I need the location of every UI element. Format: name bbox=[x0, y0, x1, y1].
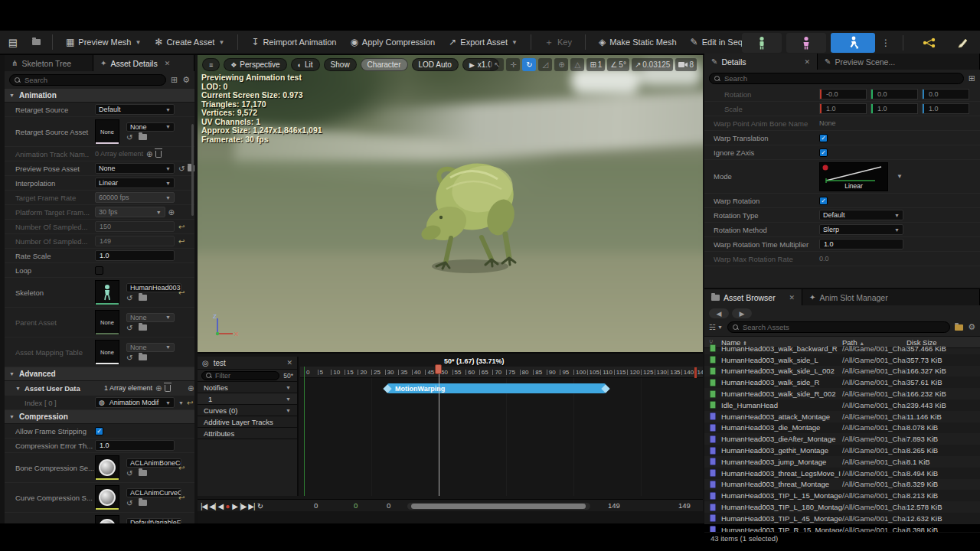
tab-details[interactable]: ✎Details✕ bbox=[704, 54, 818, 70]
track-1[interactable]: 1▼ bbox=[198, 393, 297, 405]
create-asset-button[interactable]: ✻Create Asset▼ bbox=[148, 32, 231, 52]
rotate-tool[interactable]: ↻ bbox=[522, 58, 536, 71]
playhead-line[interactable] bbox=[439, 368, 439, 496]
asset-row[interactable]: HumanHead003_jump_Montage/All/Game/001_C… bbox=[704, 456, 980, 468]
viewport-menu-button[interactable]: ≡ bbox=[202, 58, 220, 71]
chevron-down-icon[interactable]: ▼ bbox=[286, 408, 291, 413]
gear-icon[interactable]: ⚙ bbox=[182, 75, 190, 85]
asset-row[interactable]: HumanHead003_dieAfter_Montage/All/Game/0… bbox=[704, 433, 980, 445]
add-icon[interactable]: ⊕ bbox=[168, 208, 175, 217]
dropdown-index-0-[interactable]: ◍Animation Modif▼ bbox=[95, 397, 175, 408]
asset-dropdown[interactable]: HumanHead003▼ bbox=[126, 283, 181, 292]
asset-row[interactable]: HumanHead003_TIP_L_180_Montag/All/Game/0… bbox=[704, 501, 980, 513]
asset-row[interactable]: HumanHead003_walk_side_L/All/Game/001_Ch… bbox=[704, 354, 980, 366]
vector-component-input[interactable]: 0.0 bbox=[922, 89, 969, 99]
browse-to-icon[interactable] bbox=[139, 470, 147, 476]
delete-icon[interactable] bbox=[165, 385, 171, 392]
world-local-toggle[interactable]: ⊕ bbox=[554, 58, 568, 71]
reset-to-default-icon[interactable]: ↩ bbox=[178, 494, 185, 502]
asset-row[interactable]: HumanHead003_attack_Montage/All/Game/001… bbox=[704, 411, 980, 422]
add-key-button[interactable]: ＋Key bbox=[537, 32, 579, 52]
browse-to-icon[interactable] bbox=[139, 295, 147, 301]
input-warp-rotation-time-multiplier[interactable]: 1.0 bbox=[819, 239, 903, 249]
use-selected-icon[interactable]: ↺ bbox=[126, 354, 132, 362]
vector-component-input[interactable]: -0.0 bbox=[819, 89, 867, 99]
category-compression[interactable]: ▼Compression bbox=[5, 410, 194, 424]
close-icon[interactable]: ✕ bbox=[789, 294, 795, 302]
search-assets-input[interactable]: Search Assets bbox=[727, 321, 950, 333]
asset-dropdown[interactable]: None▼ bbox=[126, 313, 175, 322]
use-selected-icon[interactable]: ↺ bbox=[126, 294, 132, 302]
lod-auto-button[interactable]: LOD Auto bbox=[412, 58, 459, 71]
column-view-icon[interactable]: ⊞ bbox=[969, 73, 975, 83]
back-button[interactable]: ◀ bbox=[709, 308, 729, 318]
browse-to-asset-icon[interactable] bbox=[26, 33, 46, 51]
asset-dropdown[interactable]: ACLAnimCurveC▼ bbox=[126, 488, 181, 497]
step-forward-button[interactable]: |▶ bbox=[240, 502, 246, 510]
search-input[interactable]: Search bbox=[9, 74, 166, 86]
asset-dropdown[interactable]: None▼ bbox=[126, 343, 175, 352]
close-icon[interactable]: ✕ bbox=[165, 60, 171, 67]
tab-asset-browser[interactable]: Asset Browser✕ bbox=[704, 289, 802, 305]
chevron-down-icon[interactable]: ▼ bbox=[178, 400, 184, 406]
timeline-ruler[interactable]: 0510152025303540455055606570758085909510… bbox=[300, 367, 703, 378]
loop-button[interactable]: ↻ bbox=[257, 502, 263, 510]
vector-component-input[interactable]: 1.0 bbox=[922, 103, 969, 114]
track-additive-layer-tracks[interactable]: Additive Layer Tracks bbox=[198, 416, 297, 428]
animation-mode-button[interactable]: ★ bbox=[831, 33, 875, 53]
apply-compression-button[interactable]: ◉Apply Compression bbox=[343, 32, 442, 52]
filter-button[interactable]: ☵▼ bbox=[709, 323, 723, 331]
skeleton-mode-button[interactable] bbox=[742, 33, 782, 53]
asset-thumbnail[interactable]: None bbox=[95, 340, 119, 364]
tab-anim-slot-manager[interactable]: ✦Anim Slot Manager bbox=[802, 289, 980, 305]
asset-thumbnail[interactable] bbox=[95, 515, 119, 523]
asset-row[interactable]: HumanHead003_walk_backward_R/All/Game/00… bbox=[704, 343, 980, 354]
preview-mesh-button[interactable]: ▦Preview Mesh▼ bbox=[59, 32, 148, 52]
go-to-front-button[interactable]: |◀ bbox=[201, 502, 207, 510]
track-notifies[interactable]: Notifies▼ bbox=[198, 382, 297, 393]
input-compression-error-th-[interactable]: 1.0 bbox=[95, 440, 175, 451]
use-selected-icon[interactable]: ↺ bbox=[126, 133, 132, 142]
asset-dropdown[interactable]: DefaultVariableF▼ bbox=[126, 518, 181, 524]
play-button[interactable]: ▶ bbox=[232, 502, 237, 510]
reset-to-default-icon[interactable]: ↩ bbox=[178, 237, 185, 246]
chevron-down-icon[interactable]: ▼ bbox=[286, 385, 291, 390]
track-curves-0-[interactable]: Curves (0)▼ bbox=[198, 405, 297, 416]
asset-row[interactable]: HumanHead003_threat_LegsMove_I/All/Game/… bbox=[704, 468, 980, 479]
save-icon[interactable]: ▤ bbox=[3, 33, 23, 51]
asset-row[interactable]: Idle_HumanHead/All/Game/001_Chai239.443 … bbox=[704, 399, 980, 411]
asset-row[interactable]: HumanHead003_TIP_L_15_Montage/All/Game/0… bbox=[704, 490, 980, 501]
asset-row[interactable]: HumanHead003_gethit_Montage/All/Game/001… bbox=[704, 445, 980, 456]
chevron-down-icon[interactable]: ▼ bbox=[286, 396, 291, 402]
rotation-snap-toggle[interactable]: ∠5° bbox=[607, 58, 629, 71]
use-selected-icon[interactable]: ↺ bbox=[126, 469, 132, 478]
use-selected-icon[interactable]: ↺ bbox=[178, 165, 185, 173]
asset-row[interactable]: HumanHead003_walk_side_L_002/All/Game/00… bbox=[704, 366, 980, 377]
forward-button[interactable]: ▶ bbox=[732, 308, 752, 318]
track-attributes[interactable]: Attributes bbox=[198, 428, 297, 439]
surface-snap-toggle[interactable]: △ bbox=[570, 58, 584, 71]
dropdown-platform-target-fram-[interactable]: 30 fps▼ bbox=[95, 207, 165, 217]
vector-component-input[interactable]: 1.0 bbox=[871, 103, 918, 114]
dropdown-interpolation[interactable]: Linear▼ bbox=[95, 178, 175, 188]
asset-row[interactable]: HumanHead003_threat_Montage/All/Game/001… bbox=[704, 479, 980, 491]
select-tool[interactable]: ↖ bbox=[490, 58, 504, 71]
asset-dropdown[interactable]: ACLAnimBoneCo▼ bbox=[126, 458, 181, 468]
dropdown-retarget-source[interactable]: Default▼ bbox=[95, 104, 175, 115]
tab-preview-scene[interactable]: ✎Preview Scene... bbox=[818, 54, 980, 70]
browse-to-icon[interactable] bbox=[139, 354, 147, 360]
input-number-of-sampled-[interactable]: 150 bbox=[95, 221, 175, 232]
add-element-icon[interactable]: ⊕ bbox=[188, 384, 194, 393]
browse-to-icon[interactable] bbox=[139, 324, 147, 331]
asset-thumbnail[interactable]: None bbox=[95, 119, 119, 144]
dropdown-target-frame-rate[interactable]: 60000 fps▼ bbox=[95, 192, 175, 203]
move-tool[interactable]: ✛ bbox=[506, 58, 520, 71]
asset-thumbnail[interactable] bbox=[95, 455, 119, 480]
asset-thumbnail[interactable]: None bbox=[95, 310, 119, 334]
notify-state-motionwarping[interactable]: MotionWarping bbox=[387, 383, 606, 393]
tab-asset-details[interactable]: ✦Asset Details✕ bbox=[93, 55, 194, 71]
asset-thumbnail[interactable] bbox=[95, 485, 119, 510]
camera-speed-button[interactable]: 8 bbox=[675, 58, 697, 71]
go-to-end-button[interactable]: ▶| bbox=[248, 502, 254, 510]
record-icon[interactable]: ◎ bbox=[202, 359, 209, 367]
